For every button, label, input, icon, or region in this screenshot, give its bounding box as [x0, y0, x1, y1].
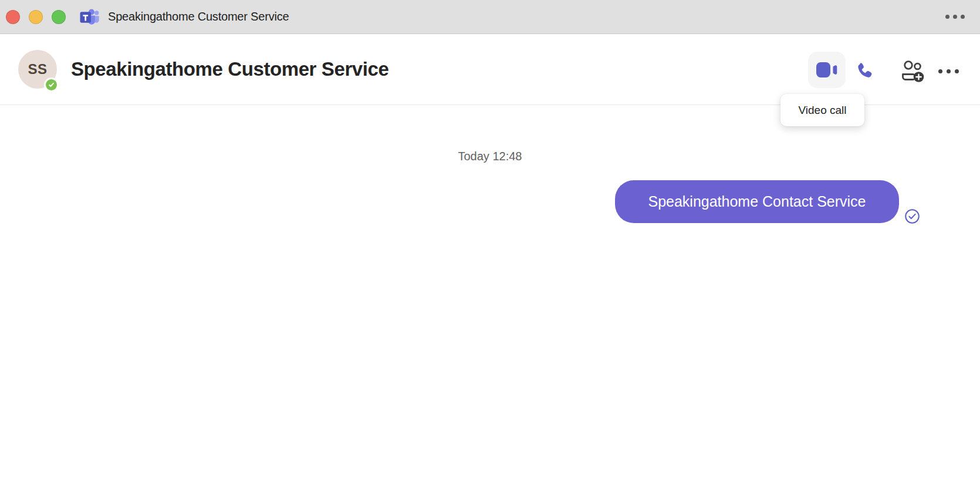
chat-message-area: Today 12:48 Speakingathome Contact Servi…: [0, 105, 980, 499]
phone-icon: [854, 61, 874, 81]
close-window-button[interactable]: [6, 10, 20, 24]
date-divider: Today 12:48: [0, 150, 980, 163]
presence-available-icon: [44, 77, 59, 92]
add-people-button[interactable]: [900, 58, 925, 84]
video-call-button[interactable]: [808, 52, 846, 88]
chat-title: Speakingathome Customer Service: [71, 58, 388, 80]
fullscreen-window-button[interactable]: [52, 10, 66, 24]
outgoing-message-bubble[interactable]: Speakingathome Contact Service: [615, 180, 899, 223]
window-controls: [6, 10, 66, 24]
teams-logo-icon: [80, 8, 99, 26]
avatar[interactable]: SS: [18, 50, 57, 89]
more-options-button[interactable]: [935, 58, 961, 84]
video-call-tooltip: Video call: [780, 94, 864, 126]
audio-call-button[interactable]: [851, 58, 877, 84]
titlebar-ellipsis-icon[interactable]: [945, 0, 965, 33]
video-camera-icon: [816, 62, 837, 78]
window-titlebar: Speakingathome Customer Service: [0, 0, 980, 34]
window-title: Speakingathome Customer Service: [108, 10, 289, 23]
add-people-icon: [900, 59, 925, 83]
minimize-window-button[interactable]: [29, 10, 43, 24]
seen-check-icon: [904, 208, 920, 224]
